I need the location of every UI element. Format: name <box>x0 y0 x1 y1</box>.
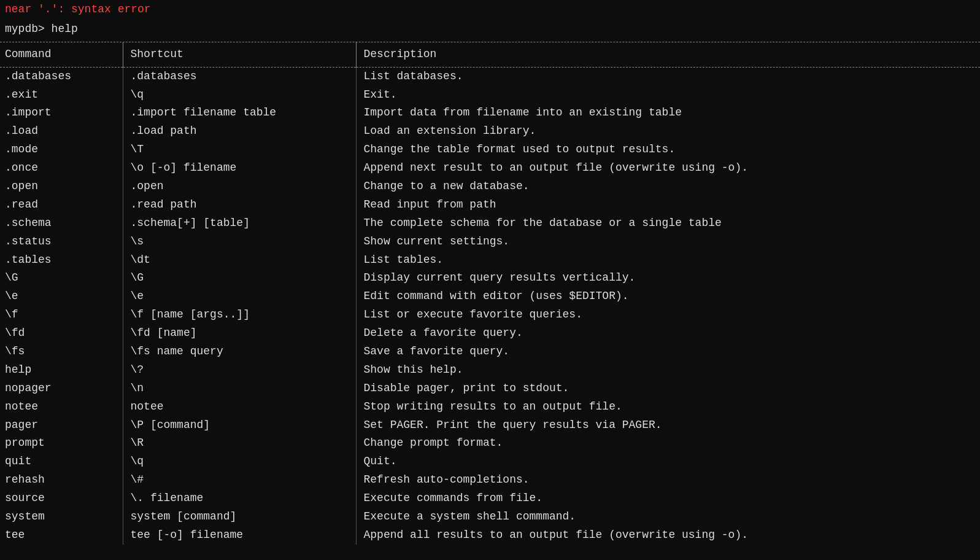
cell-shortcut: \G <box>123 269 356 287</box>
prompt-line: mypdb> help <box>0 20 980 42</box>
cell-description: Execute a system shell commmand. <box>356 508 980 526</box>
cell-shortcut: \dt <box>123 251 356 270</box>
cell-shortcut: \n <box>123 379 356 398</box>
cell-shortcut: \q <box>123 86 356 104</box>
cell-shortcut: \o [-o] filename <box>123 159 356 177</box>
header-row: Command Shortcut Description <box>0 42 980 67</box>
table-row: quit\qQuit. <box>0 453 980 471</box>
table-row: .import.import filename tableImport data… <box>0 104 980 122</box>
table-row: source\. filenameExecute commands from f… <box>0 489 980 508</box>
table-row: \G\GDisplay current query results vertic… <box>0 269 980 287</box>
cell-description: Change prompt format. <box>356 434 980 453</box>
help-table: Command Shortcut Description .databases.… <box>0 42 980 545</box>
cell-command: .status <box>0 233 123 251</box>
cell-description: Stop writing results to an output file. <box>356 398 980 416</box>
cell-shortcut: \P [command] <box>123 416 356 435</box>
cell-description: Append all results to an output file (ov… <box>356 526 980 545</box>
cell-description: List or execute favorite queries. <box>356 306 980 324</box>
cell-command: \fd <box>0 324 123 343</box>
table-row: .read.read pathRead input from path <box>0 196 980 214</box>
cell-shortcut: .load path <box>123 122 356 141</box>
table-row: teetee [-o] filenameAppend all results t… <box>0 526 980 545</box>
header-shortcut: Shortcut <box>123 42 356 67</box>
error-line: near '.': syntax error <box>0 0 980 20</box>
cell-command: .import <box>0 104 123 122</box>
cell-shortcut: \R <box>123 434 356 453</box>
table-row: .mode\TChange the table format used to o… <box>0 141 980 159</box>
cell-shortcut: system [command] <box>123 508 356 526</box>
cell-shortcut: \? <box>123 361 356 379</box>
cell-command: notee <box>0 398 123 416</box>
cell-description: Delete a favorite query. <box>356 324 980 343</box>
cell-shortcut: \# <box>123 471 356 489</box>
cell-command: prompt <box>0 434 123 453</box>
cell-description: Show current settings. <box>356 233 980 251</box>
table-row: help\?Show this help. <box>0 361 980 379</box>
table-row: noteenoteeStop writing results to an out… <box>0 398 980 416</box>
table-row: nopager\nDisable pager, print to stdout. <box>0 379 980 398</box>
cell-command: \f <box>0 306 123 324</box>
table-row: .schema.schema[+] [table]The complete sc… <box>0 214 980 233</box>
cell-description: List tables. <box>356 251 980 270</box>
table-row: .tables\dtList tables. <box>0 251 980 270</box>
cell-shortcut: .databases <box>123 67 356 85</box>
cell-description: Refresh auto-completions. <box>356 471 980 489</box>
cell-description: Read input from path <box>356 196 980 214</box>
cell-command: rehash <box>0 471 123 489</box>
table-row: systemsystem [command]Execute a system s… <box>0 508 980 526</box>
cell-command: help <box>0 361 123 379</box>
terminal: near '.': syntax error mypdb> help Comma… <box>0 0 980 545</box>
cell-description: Save a favorite query. <box>356 343 980 361</box>
cell-description: Import data from filename into an existi… <box>356 104 980 122</box>
table-header: Command Shortcut Description <box>0 42 980 67</box>
table-row: .once\o [-o] filenameAppend next result … <box>0 159 980 177</box>
cell-command: .load <box>0 122 123 141</box>
cell-command: quit <box>0 453 123 471</box>
cell-command: tee <box>0 526 123 545</box>
table-row: .exit\qExit. <box>0 86 980 104</box>
cell-description: Disable pager, print to stdout. <box>356 379 980 398</box>
table-row: prompt\RChange prompt format. <box>0 434 980 453</box>
cell-shortcut: \fs name query <box>123 343 356 361</box>
cell-shortcut: \s <box>123 233 356 251</box>
cell-description: Change to a new database. <box>356 177 980 196</box>
cell-shortcut: .open <box>123 177 356 196</box>
cell-shortcut: tee [-o] filename <box>123 526 356 545</box>
cell-command: .read <box>0 196 123 214</box>
cell-shortcut: \f [name [args..]] <box>123 306 356 324</box>
cell-description: Edit command with editor (uses $EDITOR). <box>356 287 980 306</box>
cell-shortcut: notee <box>123 398 356 416</box>
cell-command: nopager <box>0 379 123 398</box>
table-row: \fd\fd [name]Delete a favorite query. <box>0 324 980 343</box>
cell-shortcut: .import filename table <box>123 104 356 122</box>
cell-description: Append next result to an output file (ov… <box>356 159 980 177</box>
cell-description: Change the table format used to output r… <box>356 141 980 159</box>
cell-shortcut: \fd [name] <box>123 324 356 343</box>
cell-command: source <box>0 489 123 508</box>
cell-shortcut: \. filename <box>123 489 356 508</box>
cell-shortcut: .read path <box>123 196 356 214</box>
cell-description: Load an extension library. <box>356 122 980 141</box>
cell-command: \e <box>0 287 123 306</box>
table-row: .databases.databasesList databases. <box>0 67 980 85</box>
cell-description: Exit. <box>356 86 980 104</box>
cell-command: \G <box>0 269 123 287</box>
table-body: .databases.databasesList databases..exit… <box>0 67 980 545</box>
cell-command: .schema <box>0 214 123 233</box>
table-row: .status\sShow current settings. <box>0 233 980 251</box>
table-row: .load.load pathLoad an extension library… <box>0 122 980 141</box>
table-row: rehash\#Refresh auto-completions. <box>0 471 980 489</box>
cell-command: .once <box>0 159 123 177</box>
cell-description: List databases. <box>356 67 980 85</box>
cell-command: .tables <box>0 251 123 270</box>
cell-shortcut: \q <box>123 453 356 471</box>
table-row: .open.openChange to a new database. <box>0 177 980 196</box>
cell-command: pager <box>0 416 123 435</box>
header-description: Description <box>356 42 980 67</box>
cell-command: \fs <box>0 343 123 361</box>
cell-shortcut: \T <box>123 141 356 159</box>
table-row: \fs\fs name querySave a favorite query. <box>0 343 980 361</box>
cell-shortcut: \e <box>123 287 356 306</box>
header-command: Command <box>0 42 123 67</box>
cell-command: .exit <box>0 86 123 104</box>
